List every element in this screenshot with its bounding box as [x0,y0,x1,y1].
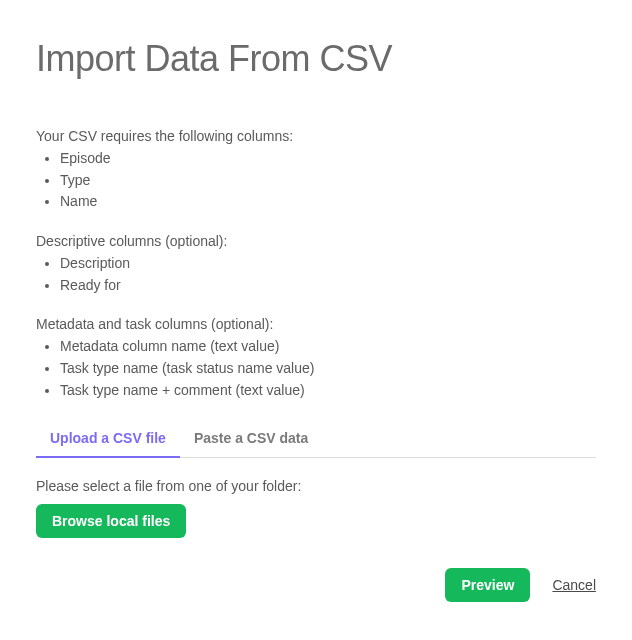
list-item: Type [60,170,596,192]
list-item: Metadata column name (text value) [60,336,596,358]
list-item: Description [60,253,596,275]
tab-upload-csv[interactable]: Upload a CSV file [36,422,180,458]
tabs: Upload a CSV file Paste a CSV data [36,422,596,458]
footer: Preview Cancel [36,568,596,602]
list-item: Episode [60,148,596,170]
required-columns-list: Episode Type Name [36,148,596,213]
metadata-columns-list: Metadata column name (text value) Task t… [36,336,596,401]
preview-button[interactable]: Preview [445,568,530,602]
list-item: Task type name + comment (text value) [60,380,596,402]
page-title: Import Data From CSV [36,38,596,80]
list-item: Task type name (task status name value) [60,358,596,380]
descriptive-columns-intro: Descriptive columns (optional): [36,233,596,249]
descriptive-columns-list: Description Ready for [36,253,596,296]
tab-paste-csv[interactable]: Paste a CSV data [180,422,322,458]
list-item: Ready for [60,275,596,297]
file-select-instruction: Please select a file from one of your fo… [36,478,596,494]
list-item: Name [60,191,596,213]
cancel-link[interactable]: Cancel [552,577,596,593]
metadata-columns-intro: Metadata and task columns (optional): [36,316,596,332]
browse-local-files-button[interactable]: Browse local files [36,504,186,538]
required-columns-intro: Your CSV requires the following columns: [36,128,596,144]
